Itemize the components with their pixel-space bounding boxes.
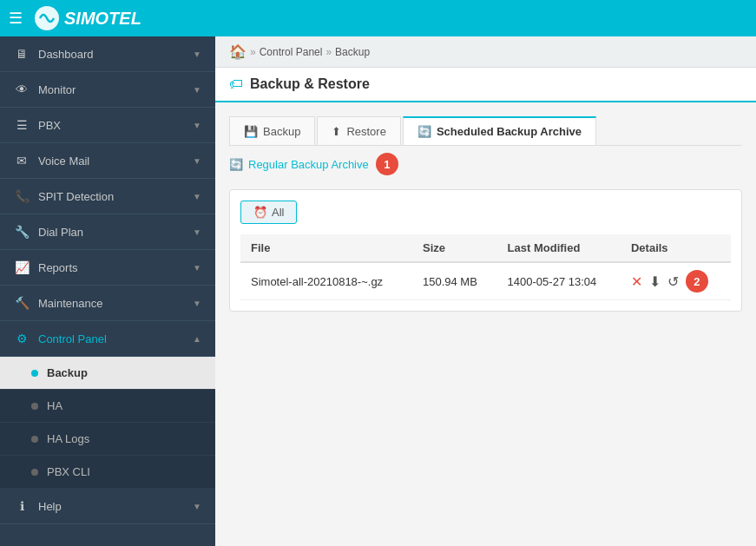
data-table: File Size Last Modified Details Simotel-… <box>240 234 731 300</box>
voicemail-icon: ✉ <box>14 154 30 168</box>
page-title: Backup & Restore <box>250 76 370 92</box>
sub-tab-label: Regular Backup Archive <box>248 158 369 171</box>
sidebar-item-dialplan[interactable]: 🔧 Dial Plan ▼ <box>0 214 215 250</box>
monitor-icon: 👁 <box>14 82 30 96</box>
cell-file: Simotel-all-20210818-~.gz <box>240 262 412 300</box>
sub-tab-bar: 🔄 Regular Backup Archive 1 <box>229 146 742 182</box>
cell-lastmodified: 1400-05-27 13:04 <box>497 262 621 300</box>
cell-details: ✕ ⬇ ↺ 2 <box>621 262 731 300</box>
tab-backup-label: Backup <box>263 125 300 138</box>
sidebar-label-dialplan: Dial Plan <box>38 226 83 239</box>
sidebar-sub-menu: Backup HA HA Logs PBX CLI <box>0 357 215 489</box>
breadcrumb-sep-1: » <box>250 46 256 58</box>
tab-backup[interactable]: 💾 Backup <box>229 116 315 145</box>
sidebar-item-spit[interactable]: 📞 SPIT Detection ▼ <box>0 179 215 214</box>
all-button[interactable]: ⏰ All <box>240 201 297 224</box>
sidebar-label-dashboard: Dashboard <box>38 48 94 61</box>
all-btn-icon: ⏰ <box>253 206 267 219</box>
sidebar-label-voicemail: Voice Mail <box>38 155 89 168</box>
col-details: Details <box>621 234 731 262</box>
chevron-maintenance: ▼ <box>193 299 201 308</box>
sidebar-label-spit: SPIT Detection <box>38 190 114 203</box>
reports-icon: 📈 <box>14 260 30 274</box>
sub-dot-ha <box>31 403 38 410</box>
sidebar-sub-label-pbxcli: PBX CLI <box>47 465 90 478</box>
sub-dot-backup <box>31 370 38 377</box>
sidebar-label-pbx: PBX <box>38 119 61 132</box>
regular-backup-archive-link[interactable]: 🔄 Regular Backup Archive <box>229 158 369 171</box>
cell-size: 150.94 MB <box>412 262 497 300</box>
sidebar-sub-label-ha: HA <box>47 399 62 412</box>
sidebar-sub-item-pbxcli[interactable]: PBX CLI <box>0 456 215 489</box>
tab-restore[interactable]: ⬆ Restore <box>317 116 401 145</box>
col-size: Size <box>412 234 497 262</box>
chevron-spit: ▼ <box>193 192 201 201</box>
restore-icon[interactable]: ↺ <box>667 273 679 290</box>
breadcrumb-controlpanel[interactable]: Control Panel <box>260 46 323 58</box>
chevron-dashboard: ▼ <box>193 49 201 59</box>
chevron-controlpanel: ▲ <box>193 334 201 344</box>
home-icon[interactable]: 🏠 <box>229 43 247 60</box>
sidebar-label-maintenance: Maintenance <box>38 297 102 310</box>
sidebar-item-monitor[interactable]: 👁 Monitor ▼ <box>0 72 215 108</box>
sub-tab-icon: 🔄 <box>229 158 243 171</box>
sidebar-sub-item-backup[interactable]: Backup <box>0 357 215 390</box>
sidebar-sub-label-backup: Backup <box>47 366 88 379</box>
sidebar-item-pbx[interactable]: ☰ PBX ▼ <box>0 108 215 143</box>
help-icon: ℹ <box>14 499 30 513</box>
maintenance-icon: 🔨 <box>14 296 30 310</box>
table-row: Simotel-all-20210818-~.gz 150.94 MB 1400… <box>240 262 731 300</box>
col-file: File <box>240 234 412 262</box>
sidebar-label-monitor: Monitor <box>38 83 76 96</box>
top-header: ☰ SIMOTEL <box>0 0 756 36</box>
sidebar-item-maintenance[interactable]: 🔨 Maintenance ▼ <box>0 286 215 321</box>
tab-scheduled-label: Scheduled Backup Archive <box>437 125 582 138</box>
sub-dot-pbxcli <box>31 469 38 476</box>
pbx-icon: ☰ <box>14 118 30 132</box>
download-icon[interactable]: ⬇ <box>649 273 661 290</box>
controlpanel-icon: ⚙ <box>14 332 30 345</box>
sidebar-item-dashboard[interactable]: 🖥 Dashboard ▼ <box>0 36 215 72</box>
page-title-bar: 🏷 Backup & Restore <box>215 68 756 102</box>
restore-tab-icon: ⬆ <box>332 125 341 138</box>
logo-area: SIMOTEL <box>33 4 141 32</box>
content-body: 💾 Backup ⬆ Restore 🔄 Scheduled Backup Ar… <box>215 102 756 326</box>
sidebar-item-reports[interactable]: 📈 Reports ▼ <box>0 250 215 286</box>
sidebar-label-controlpanel: Control Panel <box>38 332 107 345</box>
sidebar-item-help[interactable]: ℹ Help ▼ <box>0 489 215 524</box>
tab-scheduled[interactable]: 🔄 Scheduled Backup Archive <box>403 116 596 145</box>
content-area: 🏠 » Control Panel » Backup 🏷 Backup & Re… <box>215 36 756 546</box>
breadcrumb: 🏠 » Control Panel » Backup <box>215 36 756 68</box>
logo-text: SIMOTEL <box>64 9 141 29</box>
table-container: ⏰ All File Size Last Modified Details <box>229 189 742 312</box>
delete-icon[interactable]: ✕ <box>631 273 642 290</box>
hamburger-icon[interactable]: ☰ <box>9 9 23 28</box>
sidebar-sub-item-halogs[interactable]: HA Logs <box>0 423 215 456</box>
tab-restore-label: Restore <box>346 125 386 138</box>
breadcrumb-backup: Backup <box>335 46 370 58</box>
chevron-reports: ▼ <box>193 263 201 273</box>
sidebar-label-reports: Reports <box>38 261 78 274</box>
page-title-icon: 🏷 <box>229 76 243 92</box>
dialplan-icon: 🔧 <box>14 225 30 239</box>
sub-tab-badge: 1 <box>376 153 398 175</box>
chevron-monitor: ▼ <box>193 85 201 95</box>
tabs: 💾 Backup ⬆ Restore 🔄 Scheduled Backup Ar… <box>229 116 742 146</box>
action-icons: ✕ ⬇ ↺ 2 <box>631 270 720 293</box>
sidebar: 🖥 Dashboard ▼ 👁 Monitor ▼ ☰ PBX ▼ ✉ Voic… <box>0 36 215 546</box>
main-layout: 🖥 Dashboard ▼ 👁 Monitor ▼ ☰ PBX ▼ ✉ Voic… <box>0 36 756 546</box>
col-lastmodified: Last Modified <box>497 234 621 262</box>
logo-icon <box>33 4 61 32</box>
sidebar-item-controlpanel[interactable]: ⚙ Control Panel ▲ <box>0 321 215 357</box>
all-btn-container: ⏰ All <box>240 201 731 224</box>
backup-tab-icon: 💾 <box>244 125 258 138</box>
sidebar-sub-item-ha[interactable]: HA <box>0 390 215 423</box>
chevron-voicemail: ▼ <box>193 156 201 166</box>
sidebar-sub-label-halogs: HA Logs <box>47 432 89 445</box>
sidebar-label-help: Help <box>38 500 62 513</box>
chevron-dialplan: ▼ <box>193 227 201 237</box>
sidebar-item-voicemail[interactable]: ✉ Voice Mail ▼ <box>0 143 215 179</box>
action-badge: 2 <box>686 270 708 293</box>
chevron-pbx: ▼ <box>193 121 201 130</box>
all-btn-label: All <box>272 206 284 219</box>
